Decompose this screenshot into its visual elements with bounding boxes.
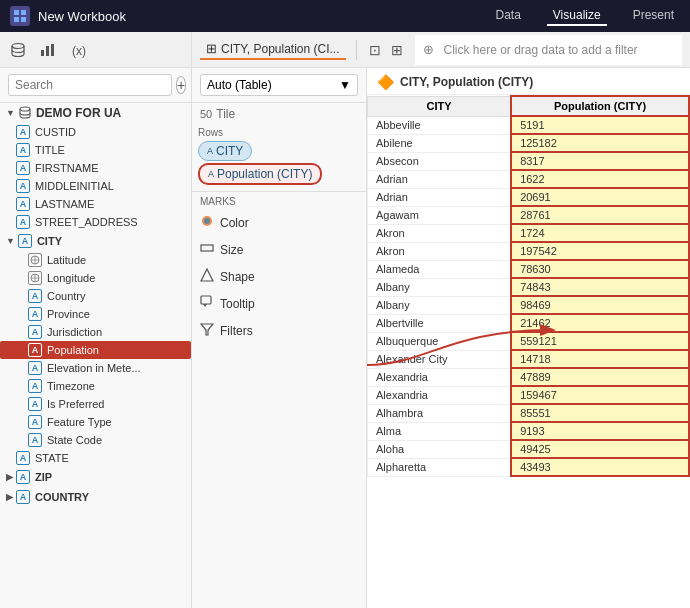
table-row: Adrian20691 (368, 188, 690, 206)
field-type-a-icon: A (16, 125, 30, 139)
shape-control[interactable]: Shape (192, 263, 366, 290)
svg-text:(x): (x) (72, 44, 86, 58)
field-jurisdiction[interactable]: A Jurisdiction (0, 323, 191, 341)
show-columns-icon[interactable]: ⊞ (389, 40, 405, 60)
field-ispreferred-label: Is Preferred (47, 398, 104, 410)
field-zip-group[interactable]: ▶ A ZIP (0, 467, 191, 487)
field-lastname-label: LASTNAME (35, 198, 94, 210)
add-field-button[interactable]: + (176, 76, 186, 94)
search-input[interactable] (8, 74, 172, 96)
datasource-header[interactable]: ▼ DEMO FOR UA (0, 103, 191, 123)
data-title-text: CITY, Population (CITY) (400, 75, 533, 89)
population-cell: 1724 (511, 224, 689, 242)
table-row: Albany98469 (368, 296, 690, 314)
svg-rect-20 (201, 296, 211, 304)
field-custid-label: CUSTID (35, 126, 76, 138)
city-cell: Alma (368, 422, 512, 440)
field-ispreferred[interactable]: A Is Preferred (0, 395, 191, 413)
field-province-label: Province (47, 308, 90, 320)
field-timezone-label: Timezone (47, 380, 95, 392)
fit-width-icon[interactable]: ⊡ (367, 40, 383, 60)
svg-marker-19 (201, 269, 213, 281)
city-pill[interactable]: A CITY (198, 141, 252, 161)
data-table-container[interactable]: CITY Population (CITY) Abbeville5191Abil… (367, 95, 690, 608)
field-middleinitial[interactable]: A MIDDLEINITIAL (0, 177, 191, 195)
data-table-body: Abbeville5191Abilene125182Absecon8317Adr… (368, 116, 690, 476)
field-elevation-label: Elevation in Mete... (47, 362, 141, 374)
field-timezone[interactable]: A Timezone (0, 377, 191, 395)
city-cell: Alameda (368, 260, 512, 278)
population-pill[interactable]: A Population (CITY) (198, 163, 322, 185)
table-row: Alexandria47889 (368, 368, 690, 386)
field-elevation[interactable]: A Elevation in Mete... (0, 359, 191, 377)
field-statecode[interactable]: A State Code (0, 431, 191, 449)
color-icon (200, 214, 214, 231)
population-cell: 28761 (511, 206, 689, 224)
city-cell: Albuquerque (368, 332, 512, 350)
size-control[interactable]: Size (192, 236, 366, 263)
city-cell: Alhambra (368, 404, 512, 422)
population-cell: 47889 (511, 368, 689, 386)
sidebar-toolbar: (x) (0, 32, 191, 68)
field-featuretype[interactable]: A Feature Type (0, 413, 191, 431)
field-custid[interactable]: A CUSTID (0, 123, 191, 141)
data-view: 🔶 CITY, Population (CITY) (367, 68, 690, 608)
table-row: Alpharetta43493 (368, 458, 690, 476)
nav-data[interactable]: Data (489, 6, 526, 26)
shape-label: Shape (220, 270, 255, 284)
rows-shelf: Rows A CITY A Population (CITY) (192, 123, 366, 192)
field-population[interactable]: A Population (0, 341, 191, 359)
field-country[interactable]: A Country (0, 287, 191, 305)
field-firstname[interactable]: A FIRSTNAME (0, 159, 191, 177)
field-type-a-icon: A (16, 215, 30, 229)
database-icon[interactable] (8, 40, 28, 60)
field-country-group[interactable]: ▶ A COUNTRY (0, 487, 191, 507)
field-state-label: STATE (35, 452, 69, 464)
filters-control[interactable]: Filters (192, 317, 366, 344)
sheet-tab-label: CITY, Population (CI... (221, 42, 340, 56)
marks-panel: Auto (Table) ▼ 50 Tile Rows A CITY (192, 68, 367, 608)
city-pill-label: CITY (216, 144, 243, 158)
function-icon[interactable]: (x) (68, 40, 88, 60)
population-cell: 125182 (511, 134, 689, 152)
table-row: Albany74843 (368, 278, 690, 296)
tooltip-control[interactable]: Tooltip (192, 290, 366, 317)
field-title-label: TITLE (35, 144, 65, 156)
population-cell: 9193 (511, 422, 689, 440)
svg-rect-5 (41, 50, 44, 56)
table-row: Adrian1622 (368, 170, 690, 188)
svg-rect-0 (14, 10, 19, 15)
title-bar-left: New Workbook (10, 6, 489, 26)
bar-chart-icon[interactable] (38, 40, 58, 60)
population-cell: 559121 (511, 332, 689, 350)
nav-visualize[interactable]: Visualize (547, 6, 607, 26)
field-city-group[interactable]: ▼ A CITY (0, 231, 191, 251)
title-nav: Data Visualize Present (489, 6, 680, 26)
col-header-population: Population (CITY) (511, 96, 689, 116)
field-type-a-icon: A (28, 325, 42, 339)
field-latitude[interactable]: Latitude (0, 251, 191, 269)
field-title[interactable]: A TITLE (0, 141, 191, 159)
main-layout: (x) + ▼ DEMO FOR UA A CUSTID A TIT (0, 32, 690, 608)
marks-section: Marks (192, 192, 366, 209)
field-street-address[interactable]: A STREET_ADDRESS (0, 213, 191, 231)
population-cell: 1622 (511, 170, 689, 188)
field-street-address-label: STREET_ADDRESS (35, 216, 138, 228)
table-row: Albuquerque559121 (368, 332, 690, 350)
svg-marker-22 (201, 324, 213, 335)
nav-present[interactable]: Present (627, 6, 680, 26)
data-source-icon: 🔶 (377, 74, 394, 90)
color-label: Color (220, 216, 249, 230)
field-lastname[interactable]: A LASTNAME (0, 195, 191, 213)
city-cell: Adrian (368, 188, 512, 206)
field-province[interactable]: A Province (0, 305, 191, 323)
filter-hint-bar[interactable]: ⊕ Click here or drag data to add a filte… (415, 35, 683, 65)
sheet-tab[interactable]: ⊞ CITY, Population (CI... (200, 39, 346, 60)
view-dropdown[interactable]: Auto (Table) ▼ (200, 74, 358, 96)
field-list: ▼ DEMO FOR UA A CUSTID A TITLE A FIRSTNA… (0, 103, 191, 608)
svg-rect-7 (51, 44, 54, 56)
field-state[interactable]: A STATE (0, 449, 191, 467)
field-longitude[interactable]: Longitude (0, 269, 191, 287)
data-title: 🔶 CITY, Population (CITY) (367, 68, 690, 95)
color-control[interactable]: Color (192, 209, 366, 236)
